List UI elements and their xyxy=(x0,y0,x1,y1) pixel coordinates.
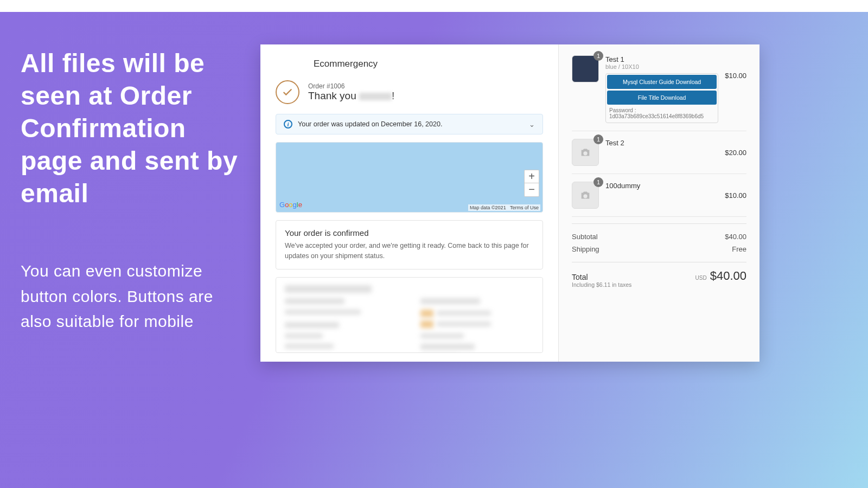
shipping-row: ShippingFree xyxy=(572,243,746,255)
item-price: $10.00 xyxy=(725,72,746,80)
item-price: $10.00 xyxy=(725,191,746,200)
map-attribution: Map data ©2021 Terms of Use xyxy=(468,204,540,211)
google-logo: Google xyxy=(279,201,302,209)
customer-info-card-redacted xyxy=(276,277,543,353)
confirmed-body: We've accepted your order, and we're get… xyxy=(285,241,534,261)
promo-text: All files will be seen at Order Confirma… xyxy=(21,47,248,335)
promo-subtitle: You can even customize button colors. Bu… xyxy=(21,259,248,335)
cart-item: 1 100dummy $10.00 xyxy=(572,174,746,217)
order-number: Order #1006 xyxy=(308,82,394,90)
confirmed-heading: Your order is confirmed xyxy=(285,228,534,237)
download-button[interactable]: File Title Download xyxy=(607,91,717,105)
order-update-banner[interactable]: i Your order was updated on December 16,… xyxy=(276,114,543,134)
download-button[interactable]: Mysql Cluster Guide Download xyxy=(607,75,717,89)
shipping-map[interactable]: + − Google Map data ©2021 Terms of Use xyxy=(276,142,543,213)
camera-icon xyxy=(579,189,591,201)
order-confirmation-screenshot: Ecommergency Order #1006 Thank you ! i Y… xyxy=(260,44,760,362)
cart-item: 1 Test 2 $20.00 xyxy=(572,131,746,174)
customer-name-redacted xyxy=(359,93,392,100)
item-name: Test 1 xyxy=(605,55,718,63)
map-zoom-controls[interactable]: + − xyxy=(524,170,539,197)
promo-title: All files will be seen at Order Confirma… xyxy=(21,47,248,210)
success-check-icon xyxy=(276,80,299,104)
info-icon: i xyxy=(284,120,292,129)
chevron-down-icon: ⌄ xyxy=(529,120,535,129)
zoom-out-button[interactable]: − xyxy=(525,183,539,196)
qty-badge: 1 xyxy=(593,177,603,187)
item-price: $20.00 xyxy=(725,149,746,157)
order-summary-sidebar: 1 Test 1 blue / 10X10 Mysql Cluster Guid… xyxy=(559,44,760,362)
thank-you-text: Thank you ! xyxy=(308,90,394,102)
total-row: Total Including $6.11 in taxes USD$40.00 xyxy=(572,269,746,288)
order-confirmed-card: Your order is confirmed We've accepted y… xyxy=(276,220,543,269)
update-message: Your order was updated on December 16, 2… xyxy=(298,120,442,128)
zoom-in-button[interactable]: + xyxy=(525,170,539,183)
download-password: Password : 1d03a73b689ce33c51614e8f8369b… xyxy=(607,106,717,121)
cart-item: 1 Test 1 blue / 10X10 Mysql Cluster Guid… xyxy=(572,55,746,131)
camera-icon xyxy=(579,146,591,158)
order-main-column: Ecommergency Order #1006 Thank you ! i Y… xyxy=(260,44,559,362)
subtotal-row: Subtotal$40.00 xyxy=(572,230,746,243)
download-card: Mysql Cluster Guide Download File Title … xyxy=(605,73,718,123)
store-name: Ecommergency xyxy=(314,59,543,69)
item-name: Test 2 xyxy=(605,139,718,147)
qty-badge: 1 xyxy=(593,134,603,144)
qty-badge: 1 xyxy=(593,51,603,61)
promo-hero: All files will be seen at Order Confirma… xyxy=(0,12,868,488)
item-name: 100dummy xyxy=(605,182,718,190)
item-variant: blue / 10X10 xyxy=(605,63,718,70)
